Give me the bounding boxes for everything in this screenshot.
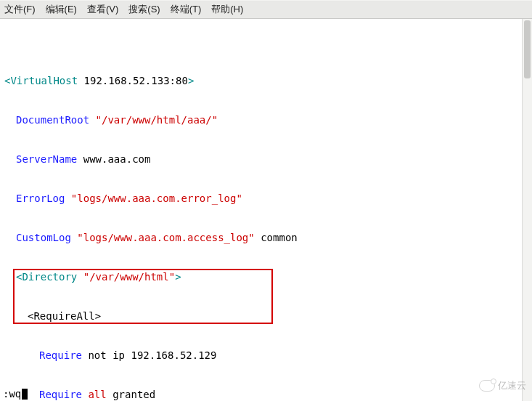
directive-val: all — [88, 389, 106, 400]
directive-mod: not ip — [82, 349, 131, 361]
scrollbar-vertical[interactable] — [522, 19, 532, 401]
tag-open: <Directory — [16, 271, 83, 283]
tag-requireall: <RequireAll> — [28, 310, 101, 322]
menu-help[interactable]: 帮助(H) — [211, 3, 243, 16]
directive-kw: Require — [39, 389, 88, 400]
code-line: <RequireAll> — [4, 309, 528, 323]
code-line: ServerName www.aaa.com — [4, 153, 528, 166]
directive-val: "logs/www.aaa.com.error_log" — [71, 193, 242, 204]
directive-val: "logs/www.aaa.com.access_log" — [77, 232, 254, 243]
code-line: DocumentRoot "/var/www/html/aaa/" — [4, 113, 528, 126]
directive-mod: granted — [107, 389, 155, 400]
vim-command-line[interactable]: :wq — [0, 386, 28, 401]
directive-kw: ErrorLog — [16, 193, 71, 204]
cursor-icon — [22, 389, 28, 400]
code-line: CustomLog "logs/www.aaa.com.access_log" … — [4, 231, 528, 244]
directive-val: "/var/www/html/aaa/" — [96, 114, 218, 126]
log-format: common — [255, 232, 298, 243]
menu-edit[interactable]: 编辑(E) — [46, 3, 77, 16]
code-line: <Directory "/var/www/html"> — [4, 270, 528, 283]
ip-address: 192.168.52.129 — [131, 349, 216, 361]
menu-terminal[interactable]: 终端(T) — [171, 3, 202, 16]
code-line: Require not ip 192.168.52.129 — [4, 349, 528, 362]
directive-kw: Require — [39, 349, 82, 361]
command-text: :wq — [3, 388, 21, 400]
directive-kw: CustomLog — [16, 232, 77, 243]
directive-val: "/var/www/html" — [83, 271, 175, 283]
tag-bracket: > — [188, 75, 194, 86]
editor-area[interactable]: <VirtualHost 192.168.52.133:80> Document… — [0, 19, 532, 401]
scrollbar-thumb[interactable] — [524, 20, 531, 78]
code-line: <VirtualHost 192.168.52.133:80> — [4, 74, 528, 87]
directive-kw: DocumentRoot — [16, 114, 96, 126]
tag-open: <VirtualHost — [4, 75, 84, 86]
menu-file[interactable]: 文件(F) — [4, 3, 36, 16]
code-line: ErrorLog "logs/www.aaa.com.error_log" — [4, 192, 528, 205]
vhost-address: 192.168.52.133:80 — [84, 75, 188, 86]
menu-bar: 文件(F) 编辑(E) 查看(V) 搜索(S) 终端(T) 帮助(H) — [0, 0, 532, 19]
directive-kw: ServerName — [16, 153, 83, 165]
menu-view[interactable]: 查看(V) — [87, 3, 118, 16]
cloud-icon — [479, 380, 495, 392]
watermark-text: 亿速云 — [498, 379, 526, 392]
code-line: Require all granted — [4, 388, 528, 401]
watermark: 亿速云 — [479, 379, 526, 392]
tag-bracket: > — [175, 271, 181, 283]
menu-search[interactable]: 搜索(S) — [128, 3, 160, 16]
directive-val: www.aaa.com — [83, 153, 151, 165]
